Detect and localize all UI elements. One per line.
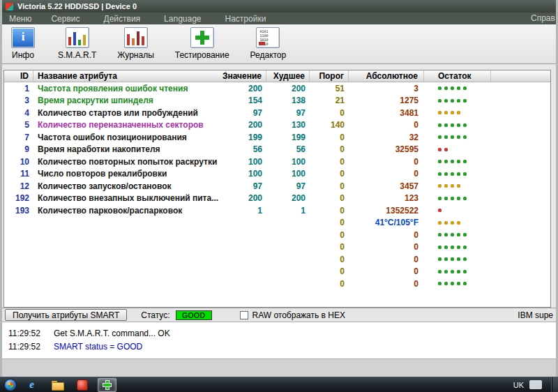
health-dot: [463, 282, 467, 285]
attribute-row[interactable]: 00: [4, 278, 550, 290]
health-dot: [457, 221, 460, 225]
health-dot: [444, 184, 448, 188]
column-header-7[interactable]: Остаток: [424, 70, 491, 82]
health-dot: [444, 197, 448, 200]
raw-hex-checkbox[interactable]: RAW отображать в HEX: [240, 310, 345, 320]
attr-id: 10: [4, 156, 33, 168]
health-dot: [451, 160, 454, 163]
attr-raw: 1352522: [349, 204, 424, 217]
attr-id: [4, 229, 33, 241]
health-dot: [438, 135, 442, 139]
attr-worst: 200: [266, 82, 310, 95]
toolbar-button-info[interactable]: Инфо: [9, 27, 37, 60]
show-desktop-button[interactable]: [552, 377, 558, 392]
titlebar[interactable]: Victoria 5.22 HDD/SSD | Device 0: [2, 0, 556, 13]
column-header-6[interactable]: Абсолютное: [349, 70, 424, 82]
menu-item-help[interactable]: Справ: [531, 13, 556, 24]
attribute-row[interactable]: 9Время наработки накопителя5656032595: [4, 144, 550, 156]
log-time: 11:29:52: [2, 329, 44, 338]
status-label: Статус:: [141, 310, 169, 320]
toolbar-button-editor[interactable]: Редактор: [250, 27, 287, 60]
health-dot: [463, 172, 467, 176]
column-header-3[interactable]: Значение: [226, 70, 266, 82]
attribute-row[interactable]: 7Частота ошибок позиционирования19919903…: [4, 131, 550, 144]
attr-raw: 0: [349, 119, 424, 132]
attr-threshold: 21: [310, 95, 349, 107]
health-dot: [451, 282, 454, 285]
attribute-row[interactable]: 00: [4, 241, 550, 254]
attribute-row[interactable]: 00: [4, 253, 550, 266]
language-indicator[interactable]: UK: [513, 381, 524, 389]
attribute-row[interactable]: 193Количество парковок/распарковок110135…: [4, 204, 550, 217]
attribute-row[interactable]: 3Время раскрутки шпинделя154138211275: [4, 95, 550, 107]
attr-value: 100: [226, 156, 266, 168]
attribute-row[interactable]: 10Количество повторных попыток раскрутки…: [4, 156, 550, 168]
health-dot: [444, 160, 448, 163]
victoria-icon[interactable]: [98, 378, 116, 392]
health-dot: [438, 86, 442, 90]
attr-threshold: 0: [310, 193, 349, 205]
attribute-row[interactable]: 1Частота проявления ошибок чтения2002005…: [4, 82, 550, 95]
menu-item-4[interactable]: Language: [164, 14, 201, 24]
table-body: 1Частота проявления ошибок чтения2002005…: [4, 82, 550, 290]
attr-health: [424, 131, 491, 144]
attr-health: [424, 278, 491, 290]
column-header-1[interactable]: ID: [4, 70, 33, 82]
attribute-row[interactable]: 12Количество запусков/остановок979703457: [4, 180, 550, 193]
attr-worst: 100: [266, 156, 310, 168]
explorer-icon[interactable]: [47, 378, 66, 392]
log-message: SMART status = GOOD: [44, 342, 142, 352]
health-dot: [457, 86, 460, 90]
column-header-2[interactable]: Название атрибута: [33, 70, 226, 82]
attr-worst: 100: [266, 168, 310, 181]
attribute-row[interactable]: 11Число повторов рекалибровки10010000: [4, 168, 550, 181]
menu-item-2[interactable]: Сервис: [51, 14, 80, 24]
attr-name: Количество стартов или пробуждений: [33, 107, 226, 119]
health-dot: [444, 233, 448, 236]
health-dot: [463, 135, 467, 139]
attr-worst: [266, 253, 310, 266]
menu-item-1[interactable]: Меню: [9, 14, 31, 24]
logs-icon: [124, 27, 148, 48]
attr-raw: 3: [349, 82, 424, 95]
column-header-5[interactable]: Порог: [310, 70, 349, 82]
attribute-row[interactable]: 00: [4, 266, 550, 278]
attr-health: [424, 107, 491, 119]
attr-value: [226, 217, 266, 229]
browser-icon[interactable]: [22, 378, 41, 392]
health-dot: [444, 221, 448, 225]
attribute-row[interactable]: 00: [4, 229, 550, 241]
health-dot: [444, 172, 448, 176]
attr-health: [424, 144, 491, 156]
menu-item-5[interactable]: Настройки: [225, 14, 266, 24]
column-header-4[interactable]: Худшее: [266, 70, 310, 82]
toolbar-button-logs[interactable]: Журналы: [117, 27, 153, 60]
attr-id: [4, 266, 33, 278]
attr-health: [424, 217, 491, 229]
attr-worst: [266, 278, 310, 290]
attribute-row[interactable]: 192Количество внезапных выключений пита.…: [4, 193, 550, 205]
toolbar-button-test[interactable]: Тестирование: [175, 27, 229, 60]
player-icon[interactable]: [73, 378, 91, 392]
attr-raw: 41°C/105°F: [349, 217, 424, 229]
attr-raw: 0: [349, 253, 424, 266]
attr-threshold: 0: [310, 180, 349, 193]
attribute-row[interactable]: 4Количество стартов или пробуждений97970…: [4, 107, 550, 119]
health-dot: [463, 246, 467, 249]
attr-name: [33, 266, 226, 278]
attr-raw: 3457: [349, 180, 424, 193]
window-title: Victoria 5.22 HDD/SSD | Device 0: [17, 2, 137, 10]
menu-item-3[interactable]: Действия: [104, 14, 141, 24]
get-smart-attributes-button[interactable]: Получить атрибуты SMART: [5, 309, 127, 321]
attribute-row[interactable]: 5Количество переназначенных секторов2001…: [4, 119, 550, 132]
attr-name: Частота ошибок позиционирования: [33, 131, 226, 144]
toolbar-button-smart[interactable]: S.M.A.R.T: [58, 27, 96, 60]
checkbox-box[interactable]: [240, 311, 248, 319]
attribute-row[interactable]: 041°C/105°F: [4, 217, 550, 229]
tray-icon[interactable]: [529, 380, 542, 389]
health-dot: [463, 86, 467, 90]
health-dot: [444, 123, 448, 127]
start-button[interactable]: [4, 379, 17, 391]
attr-value: 56: [226, 144, 266, 156]
attr-worst: [266, 266, 310, 278]
